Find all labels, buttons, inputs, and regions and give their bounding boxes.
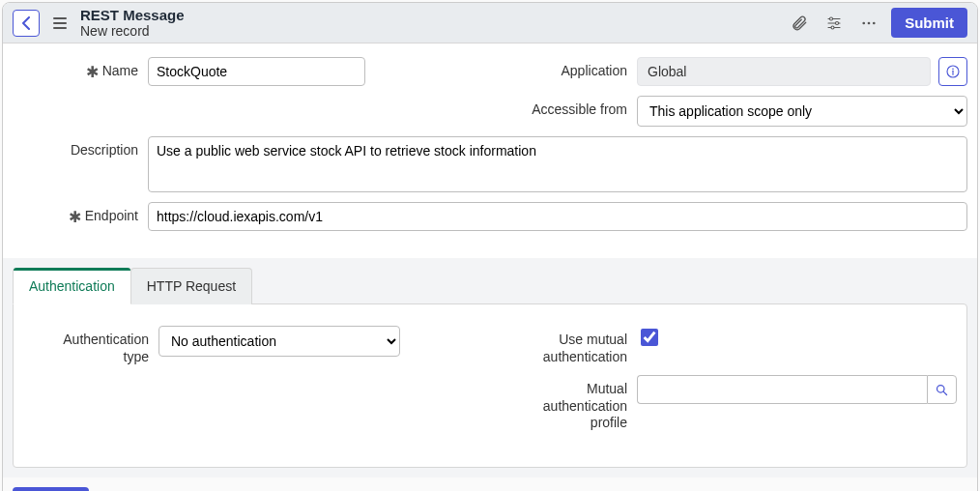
paperclip-icon — [791, 14, 808, 32]
settings-button[interactable] — [821, 11, 847, 36]
form-header: REST Message New record Submit — [3, 3, 977, 43]
info-icon — [945, 64, 961, 79]
svg-point-2 — [831, 26, 834, 29]
tab-bar: Authentication HTTP Request — [13, 268, 967, 304]
page-title: REST Message — [80, 7, 185, 23]
mutual-auth-profile-label: Mutual authentication profile — [502, 375, 627, 432]
svg-point-5 — [873, 21, 876, 24]
ellipsis-icon — [860, 14, 878, 32]
mutual-auth-profile-lookup-button[interactable] — [927, 375, 957, 404]
back-button[interactable] — [13, 10, 40, 37]
form-body: ✱Name Application Global Accessible from — [3, 43, 977, 258]
header-titles: REST Message New record — [80, 7, 185, 39]
auth-type-label: Authentication type — [23, 326, 149, 365]
description-input[interactable] — [148, 136, 967, 192]
application-value: Global — [637, 57, 931, 86]
svg-point-3 — [863, 21, 866, 24]
application-label: Application — [502, 57, 627, 78]
endpoint-input[interactable] — [148, 202, 967, 231]
application-info-button[interactable] — [938, 57, 967, 86]
required-indicator: ✱ — [69, 209, 81, 225]
submit-button-footer[interactable]: Submit — [13, 487, 89, 491]
svg-point-4 — [868, 21, 871, 24]
name-input[interactable] — [148, 57, 365, 86]
sliders-icon — [825, 14, 843, 32]
hamburger-menu-icon[interactable] — [49, 14, 71, 33]
chevron-left-icon — [21, 16, 31, 30]
accessible-from-label: Accessible from — [502, 96, 627, 117]
description-label: Description — [13, 136, 138, 158]
svg-point-8 — [937, 385, 945, 392]
name-label: ✱Name — [13, 57, 138, 81]
tab-http-request[interactable]: HTTP Request — [130, 268, 252, 304]
search-icon — [935, 383, 949, 397]
endpoint-label: ✱Endpoint — [13, 202, 138, 226]
tab-panel-authentication: Authentication type No authentication — [13, 303, 967, 468]
accessible-from-select[interactable]: This application scope only — [637, 96, 967, 127]
more-actions-button[interactable] — [856, 11, 881, 36]
required-indicator: ✱ — [86, 64, 99, 80]
svg-point-1 — [836, 21, 839, 24]
page-subtitle: New record — [80, 23, 185, 39]
auth-type-select[interactable]: No authentication — [159, 326, 400, 357]
use-mutual-auth-checkbox[interactable] — [641, 329, 658, 346]
svg-point-0 — [830, 17, 833, 20]
use-mutual-auth-label: Use mutual authentication — [502, 326, 627, 365]
mutual-auth-profile-input[interactable] — [637, 375, 927, 404]
submit-button-header[interactable]: Submit — [891, 8, 967, 38]
tab-authentication[interactable]: Authentication — [13, 268, 131, 304]
svg-point-7 — [952, 69, 954, 71]
attachment-button[interactable] — [787, 11, 812, 36]
form-footer: Submit — [3, 477, 977, 491]
